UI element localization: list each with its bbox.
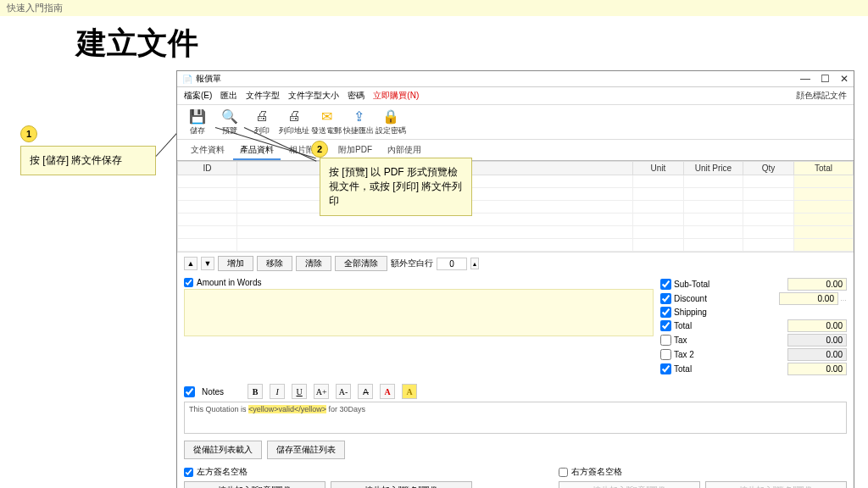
minimize-button[interactable]: — <box>800 73 810 85</box>
extra-rows-input[interactable] <box>437 258 467 270</box>
table-row[interactable] <box>178 239 854 252</box>
print-button[interactable]: 🖨列印 <box>247 108 277 136</box>
col-total: Total <box>794 162 854 175</box>
maximize-button[interactable]: ☐ <box>821 73 830 85</box>
callout-marker-2: 2 <box>311 141 328 158</box>
table-row[interactable] <box>178 201 854 214</box>
font-color-button[interactable]: A <box>380 384 395 399</box>
tab-doc-info[interactable]: 文件資料 <box>184 141 231 160</box>
print-address-button[interactable]: 🖨列印地址 <box>279 108 309 136</box>
table-row[interactable] <box>178 226 854 239</box>
discount-value[interactable]: 0.00 <box>779 292 838 305</box>
export-icon: ⇪ <box>350 108 367 125</box>
row-controls: ▲ ▼ 增加 移除 清除 全部清除 額外空白行 ▲ <box>177 252 854 274</box>
total2-checkbox[interactable] <box>660 363 671 374</box>
title-bar: 📄 報價單 — ☐ ✕ <box>177 71 854 87</box>
toolbar: 💾儲存 🔍預覽 🖨列印 🖨列印地址 ✉發送電郵 ⇪快捷匯出 🔒設定密碼 <box>177 105 854 140</box>
italic-button[interactable]: I <box>270 384 285 399</box>
table-row[interactable] <box>178 214 854 226</box>
col-unit: Unit <box>633 162 684 175</box>
total1-value: 0.00 <box>787 319 847 332</box>
left-add-sign-button[interactable]: 按此加入"簽名"圖像 <box>331 481 472 488</box>
move-down-button[interactable]: ▼ <box>201 257 214 270</box>
set-password-button[interactable]: 🔒設定密碼 <box>376 108 406 136</box>
email-button[interactable]: ✉發送電郵 <box>311 108 342 136</box>
app-window: 📄 報價單 — ☐ ✕ 檔案(E) 匯出 文件字型 文件字型大小 密碼 立即購買… <box>176 70 854 488</box>
email-icon: ✉ <box>318 108 335 125</box>
preview-icon: 🔍 <box>221 108 238 125</box>
save-icon: 💾 <box>189 108 206 125</box>
left-signature-box: 左方簽名空格 按此加入"印章"圖像 按此加入"簽名"圖像 移除 移除 Date … <box>184 466 472 488</box>
save-button[interactable]: 💾儲存 <box>182 108 213 136</box>
menu-color-mark[interactable]: 顔色標記文件 <box>796 90 847 102</box>
tax2-checkbox[interactable] <box>660 349 671 360</box>
extra-rows-stepper[interactable]: ▲ <box>470 258 479 269</box>
total1-checkbox[interactable] <box>660 320 671 331</box>
left-sig-checkbox[interactable] <box>184 468 193 477</box>
menu-buy-now[interactable]: 立即購買(N) <box>373 90 419 102</box>
close-button[interactable]: ✕ <box>840 73 849 85</box>
page-title: 建立文件 <box>76 23 868 64</box>
strike-button[interactable]: A̶ <box>358 384 373 399</box>
save-notes-button[interactable]: 儲存至備註列表 <box>267 441 345 459</box>
callout-marker-1: 1 <box>20 125 37 142</box>
password-icon: 🔒 <box>382 108 399 125</box>
window-title: 報價單 <box>196 73 221 85</box>
shipping-checkbox[interactable] <box>660 307 671 318</box>
menu-export[interactable]: 匯出 <box>220 90 237 102</box>
table-row[interactable] <box>178 175 854 188</box>
print-address-icon: 🖨 <box>286 108 303 125</box>
remove-row-button[interactable]: 移除 <box>257 256 292 271</box>
app-icon: 📄 <box>182 74 192 84</box>
menu-bar: 檔案(E) 匯出 文件字型 文件字型大小 密碼 立即購買(N) 顔色標記文件 <box>177 87 854 105</box>
tax-checkbox[interactable] <box>660 335 671 346</box>
discount-options-icon[interactable]: … <box>840 295 847 302</box>
tax-value: 0.00 <box>787 334 847 347</box>
quick-export-button[interactable]: ⇪快捷匯出 <box>343 108 374 136</box>
callout-2: 按 [預覽] 以 PDF 形式預覽檢視文件，或按 [列印] 將文件列印 <box>320 158 472 216</box>
menu-file[interactable]: 檔案(E) <box>184 90 212 102</box>
right-sig-checkbox[interactable] <box>559 468 568 477</box>
underline-button[interactable]: U <box>292 384 307 399</box>
menu-font-size[interactable]: 文件字型大小 <box>288 90 339 102</box>
amount-in-words-area <box>184 289 654 336</box>
tax2-value: 0.00 <box>787 348 847 361</box>
notes-textarea[interactable]: This Quotation is <yellow>valid</yellow>… <box>184 402 847 434</box>
callout-1: 按 [儲存] 將文件保存 <box>20 146 156 175</box>
bold-button[interactable]: B <box>248 384 263 399</box>
total2-value: 0.00 <box>787 363 847 375</box>
add-row-button[interactable]: 增加 <box>218 256 253 271</box>
amount-in-words-checkbox[interactable] <box>184 278 193 287</box>
notes-section: Notes B I U A+ A- A̶ A A This Quotation … <box>177 380 854 437</box>
clear-row-button[interactable]: 清除 <box>296 256 331 271</box>
subtotal-checkbox[interactable] <box>660 279 671 290</box>
left-add-stamp-button[interactable]: 按此加入"印章"圖像 <box>184 481 326 488</box>
font-dec-button[interactable]: A- <box>336 384 351 399</box>
col-id: ID <box>178 162 237 175</box>
notes-checkbox[interactable] <box>184 386 195 397</box>
menu-font[interactable]: 文件字型 <box>246 90 280 102</box>
highlight-button[interactable]: A <box>402 384 417 399</box>
amount-in-words-label: Amount in Words <box>197 278 262 287</box>
extra-rows-label: 額外空白行 <box>391 258 433 269</box>
load-notes-button[interactable]: 從備註列表載入 <box>184 441 262 459</box>
notes-label: Notes <box>202 387 224 396</box>
item-grid[interactable]: ID Unit Unit Price Qty Total <box>177 161 854 252</box>
table-row[interactable] <box>178 188 854 201</box>
top-banner: 快速入門指南 <box>0 0 868 16</box>
discount-checkbox[interactable] <box>660 293 671 304</box>
col-unit-price: Unit Price <box>684 162 743 175</box>
totals-panel: Sub-Total0.00 Discount0.00… Shipping Tot… <box>660 278 847 377</box>
col-qty: Qty <box>743 162 794 175</box>
menu-password[interactable]: 密碼 <box>348 90 364 102</box>
print-icon: 🖨 <box>253 108 270 125</box>
subtotal-value: 0.00 <box>787 278 847 291</box>
move-up-button[interactable]: ▲ <box>184 257 198 270</box>
right-add-sign-button: 按此加入"簽名"圖像 <box>705 481 847 488</box>
right-signature-box: 右方簽名空格 按此加入"印章"圖像 按此加入"簽名"圖像 移除 移除 Date … <box>559 466 847 488</box>
clear-all-button[interactable]: 全部清除 <box>335 256 387 271</box>
right-add-stamp-button: 按此加入"印章"圖像 <box>559 481 700 488</box>
font-inc-button[interactable]: A+ <box>314 384 329 399</box>
